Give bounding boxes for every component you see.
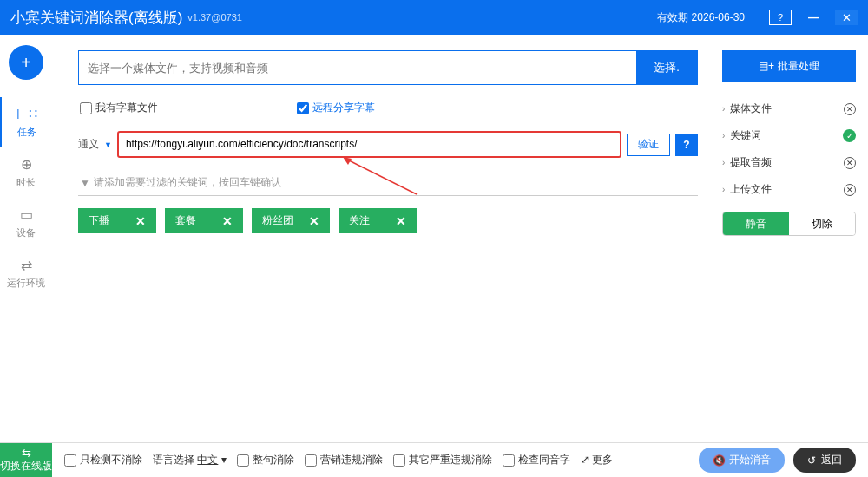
right-panel: ▤+批量处理 ›媒体文件✕ ›关键词✓ ›提取音频✕ ›上传文件✕ 静音 切除	[712, 35, 868, 442]
svg-marker-1	[343, 157, 352, 165]
url-highlight-box	[117, 131, 621, 158]
chevron-down-icon: ▾	[221, 454, 227, 466]
url-help-icon[interactable]: ?	[675, 134, 698, 156]
mute-icon: 🔇	[713, 454, 726, 467]
list-icon: ▤+	[759, 60, 774, 72]
start-button[interactable]: 🔇开始消音	[699, 448, 785, 473]
chevron-right-icon: ›	[722, 185, 725, 194]
transcript-url-input[interactable]	[124, 134, 615, 154]
env-icon: ⇄	[21, 257, 32, 273]
dropdown-icon[interactable]: ▼	[104, 140, 112, 149]
file-selector: 选择.	[78, 50, 698, 85]
tree-icon: ⊢∷	[16, 106, 37, 122]
checkbox-remote-subtitle[interactable]: 远程分享字幕	[297, 101, 375, 115]
keyword-tag[interactable]: 套餐✕	[165, 208, 243, 233]
app-title: 小宾关键词消除器(离线版)	[10, 8, 182, 28]
filter-icon: ▼	[80, 177, 90, 189]
url-provider-label: 通义	[78, 137, 99, 152]
checkbox-sentence[interactable]: 整句消除	[237, 453, 294, 467]
batch-process-button[interactable]: ▤+批量处理	[722, 50, 856, 82]
bottom-bar: ⇆切换在线版 只检测不消除 语言选择 中文 ▾ 整句消除 营销违规消除 其它严重…	[0, 442, 868, 477]
close-icon[interactable]: ✕	[835, 10, 858, 25]
step-media[interactable]: ›媒体文件✕	[722, 95, 856, 122]
expiry: 有效期 2026-06-30	[657, 10, 745, 25]
nav-device[interactable]: ▭ 设备	[0, 198, 52, 248]
nav-duration[interactable]: ⊕ 时长	[0, 147, 52, 198]
cut-toggle[interactable]: 切除	[789, 212, 855, 235]
remove-tag-icon[interactable]: ✕	[396, 214, 406, 228]
help-icon[interactable]: ?	[769, 10, 792, 25]
chevron-right-icon: ›	[722, 158, 725, 167]
keyword-input-row[interactable]: ▼ 请添加需要过滤的关键词，按回车键确认	[78, 170, 698, 196]
chevron-right-icon: ›	[722, 131, 725, 140]
keyword-placeholder: 请添加需要过滤的关键词，按回车键确认	[94, 175, 281, 190]
clock-icon: ⊕	[21, 156, 32, 173]
status-cancel-icon[interactable]: ✕	[844, 184, 856, 196]
checkbox-detect-only[interactable]: 只检测不消除	[64, 453, 142, 467]
add-button[interactable]: +	[9, 45, 43, 80]
nav-tasks[interactable]: ⊢∷ 任务	[0, 97, 52, 147]
undo-icon: ↺	[807, 454, 816, 467]
checkbox-homophone[interactable]: 检查同音字	[503, 453, 570, 467]
back-button[interactable]: ↺返回	[793, 448, 856, 473]
status-cancel-icon[interactable]: ✕	[844, 157, 856, 169]
keyword-tag[interactable]: 关注✕	[339, 208, 417, 233]
checkbox-marketing[interactable]: 营销违规消除	[305, 453, 383, 467]
keyword-tags: 下播✕ 套餐✕ 粉丝团✕ 关注✕	[78, 208, 698, 233]
lang-select[interactable]: 语言选择 中文 ▾	[153, 453, 227, 467]
keyword-tag[interactable]: 粉丝团✕	[252, 208, 330, 233]
checkbox-have-subtitle[interactable]: 我有字幕文件	[80, 101, 158, 115]
verify-button[interactable]: 验证	[627, 134, 670, 156]
expand-icon: ⤢	[581, 454, 589, 466]
expand-more[interactable]: ⤢ 更多	[581, 453, 613, 467]
step-upload[interactable]: ›上传文件✕	[722, 176, 856, 203]
minimize-icon[interactable]: —	[802, 10, 825, 25]
status-ok-icon: ✓	[843, 129, 856, 142]
media-file-input[interactable]	[79, 51, 636, 84]
select-file-button[interactable]: 选择.	[636, 51, 697, 84]
title-bar: 小宾关键词消除器(离线版) v1.37@0731 有效期 2026-06-30 …	[0, 0, 868, 35]
step-keywords[interactable]: ›关键词✓	[722, 122, 856, 149]
remove-tag-icon[interactable]: ✕	[135, 214, 146, 228]
chevron-right-icon: ›	[722, 104, 725, 114]
status-cancel-icon[interactable]: ✕	[844, 103, 856, 115]
app-version: v1.37@0731	[187, 12, 242, 23]
nav-env[interactable]: ⇄ 运行环境	[0, 248, 52, 298]
remove-tag-icon[interactable]: ✕	[222, 214, 233, 228]
left-nav: + ⊢∷ 任务 ⊕ 时长 ▭ 设备 ⇄ 运行环境	[0, 35, 52, 442]
step-extract[interactable]: ›提取音频✕	[722, 149, 856, 176]
remove-tag-icon[interactable]: ✕	[309, 214, 319, 228]
center-panel: 选择. 我有字幕文件 远程分享字幕 通义 ▼ 验证 ? ▼ 请添加需要过滤的关键…	[52, 35, 712, 442]
device-icon: ▭	[20, 206, 33, 223]
mode-toggle: 静音 切除	[722, 212, 856, 236]
checkbox-other[interactable]: 其它严重违规消除	[393, 453, 492, 467]
switch-online-button[interactable]: ⇆切换在线版	[0, 443, 52, 478]
swap-icon: ⇆	[22, 448, 31, 459]
keyword-tag[interactable]: 下播✕	[78, 208, 156, 233]
mute-toggle[interactable]: 静音	[723, 212, 789, 235]
